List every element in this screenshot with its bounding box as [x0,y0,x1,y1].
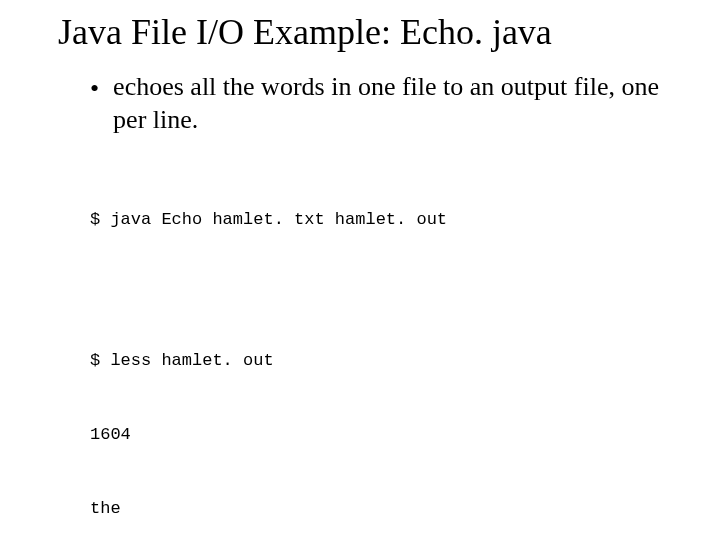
code-output-line: 1604 [90,423,680,448]
bullet-text: echoes all the words in one file to an o… [113,71,673,136]
code-output-line: the [90,497,680,522]
code-command-2: $ less hamlet. out [90,349,680,374]
code-command-1: $ java Echo hamlet. txt hamlet. out [90,208,680,233]
slide-title: Java File I/O Example: Echo. java [58,12,680,53]
code-block: $ java Echo hamlet. txt hamlet. out $ le… [90,158,680,540]
code-blank-line [90,282,680,300]
bullet-dot-icon: • [90,73,99,136]
slide: Java File I/O Example: Echo. java • echo… [0,0,720,540]
bullet-item: • echoes all the words in one file to an… [90,71,680,136]
